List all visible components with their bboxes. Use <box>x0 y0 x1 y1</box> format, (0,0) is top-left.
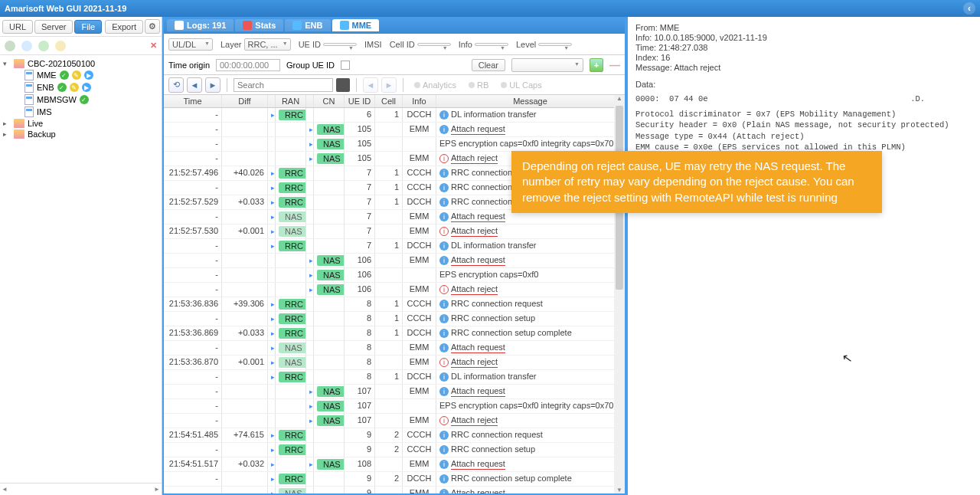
sidebar-action-bar: ✕ <box>0 37 162 55</box>
table-row[interactable]: 21:54:51.517+0.032▸▸NAS108EMMiAttach req… <box>164 457 625 472</box>
column-header[interactable] <box>268 95 276 107</box>
main-panel: Logs: 191StatsENBMME UL/DL LayerRRC, ...… <box>162 17 626 495</box>
table-row[interactable]: -▸RRC71DCCHiDL information transfer <box>164 239 625 254</box>
table-row[interactable]: -▸NAS105EPS encryption caps=0xf0 integri… <box>164 137 625 152</box>
refresh-icon[interactable] <box>5 41 15 51</box>
layer-label: Layer <box>220 40 242 49</box>
tree-item[interactable]: ▸Live <box>0 118 162 129</box>
tab-enb[interactable]: ENB <box>285 19 330 31</box>
server-button[interactable]: Server <box>34 20 73 34</box>
column-header[interactable] <box>306 95 314 107</box>
tab-mme[interactable]: MME <box>332 19 380 31</box>
info-icon: i <box>439 474 449 484</box>
detail-decoded: Protocol discriminator = 0x7 (EPS Mobili… <box>635 109 972 152</box>
table-row[interactable]: -▸NAS107EMMiAttach reject <box>164 414 625 428</box>
table-row[interactable]: -▸NAS106EMMiAttach request <box>164 254 625 268</box>
tab-stats[interactable]: Stats <box>235 19 283 31</box>
export-button[interactable]: Export <box>105 20 143 34</box>
action-icon-3[interactable] <box>55 41 66 51</box>
file-button[interactable]: File <box>74 20 102 34</box>
tree-item[interactable]: ▸Backup <box>0 129 162 139</box>
table-row[interactable]: 21:54:51.485+74.615▸RRC92CCCHiRRC connec… <box>164 428 625 443</box>
sidebar-h-scroll[interactable] <box>0 483 162 495</box>
table-row[interactable]: -▸RRC81CCCHiRRC connection setup <box>164 312 625 326</box>
search-input[interactable] <box>234 78 333 92</box>
group-ueid-checkbox[interactable] <box>341 61 350 70</box>
binoculars-icon[interactable] <box>336 78 350 92</box>
table-row[interactable]: -▸NAS107EPS encryption caps=0xf0 integri… <box>164 399 625 414</box>
level-select[interactable] <box>538 43 572 46</box>
ueid-select[interactable] <box>323 43 357 46</box>
column-header[interactable]: Info <box>403 95 436 107</box>
cellid-select[interactable] <box>417 43 451 46</box>
table-row[interactable]: -▸NAS106EMMiAttach reject <box>164 283 625 297</box>
remove-filter-icon[interactable]: — <box>609 59 620 71</box>
table-row[interactable]: -▸RRC92DCCHiRRC connection setup complet… <box>164 472 625 487</box>
sidebar: URL Server File Export ⚙ ✕ ▾CBC-20210501… <box>0 17 162 495</box>
table-row[interactable]: 21:53:36.836+39.306▸RRC81CCCHiRRC connec… <box>164 297 625 312</box>
column-header[interactable]: RAN <box>276 95 306 107</box>
nav-next-icon[interactable]: ► <box>205 77 220 93</box>
yellow-badge-icon: ✎ <box>72 70 81 80</box>
table-row[interactable]: -▸RRC61DCCHiDL information transfer <box>164 108 625 123</box>
action-icon-1[interactable] <box>21 41 32 51</box>
clear-button[interactable]: Clear <box>472 59 505 71</box>
tree-item[interactable]: ▾CBC-2021050100 <box>0 58 162 69</box>
close-icon[interactable]: ✕ <box>150 41 157 51</box>
tree-item[interactable]: IMS <box>0 106 162 118</box>
column-header[interactable]: Diff <box>222 95 268 107</box>
table-row[interactable]: -▸NAS106EPS encryption caps=0xf0 <box>164 268 625 283</box>
nav-prev-icon[interactable]: ◄ <box>187 77 202 93</box>
search-next-icon[interactable]: ► <box>381 77 397 93</box>
time-origin-input[interactable] <box>216 59 280 71</box>
cellid-label: Cell ID <box>390 40 415 49</box>
collapse-sidebar-icon[interactable] <box>963 2 975 15</box>
column-header[interactable]: Time <box>164 95 222 107</box>
tree-label: ENB <box>37 83 54 92</box>
table-row[interactable]: -▸RRC92CCCHiRRC connection setup <box>164 443 625 457</box>
column-header[interactable]: UE ID <box>345 95 375 107</box>
filter-preset-select[interactable] <box>511 58 583 72</box>
info-icon: i <box>439 314 449 323</box>
folder-icon <box>14 129 24 139</box>
table-row[interactable]: 21:53:36.869+0.033▸RRC81DCCHiRRC connect… <box>164 326 625 341</box>
tree-item[interactable]: ENB✓✎▶ <box>0 81 162 93</box>
tree-item[interactable]: MME✓✎▶ <box>0 69 162 81</box>
tab-logs[interactable]: Logs: 191 <box>167 19 234 31</box>
analytics-button[interactable]: Analytics <box>410 79 461 91</box>
info-select[interactable] <box>475 43 508 46</box>
action-icon-2[interactable] <box>38 41 49 51</box>
column-header[interactable]: Message <box>436 95 625 107</box>
table-row[interactable]: -▸NAS9EMMiAttach request <box>164 487 625 493</box>
table-row[interactable]: -▸NAS107EMMiAttach request <box>164 385 625 399</box>
ulcaps-button[interactable]: UL Caps <box>496 79 546 91</box>
info-icon: i <box>439 154 449 163</box>
url-button[interactable]: URL <box>2 20 33 34</box>
info-icon: i <box>439 183 449 192</box>
uldl-select[interactable]: UL/DL <box>168 38 213 51</box>
tree-item[interactable]: MBMSGW✓ <box>0 93 162 106</box>
info-icon: i <box>439 241 449 251</box>
search-prev-icon[interactable]: ◄ <box>363 77 378 93</box>
detail-time: Time: 21:48:27.038 <box>635 43 972 52</box>
info-icon: i <box>439 300 449 309</box>
info-icon: i <box>439 489 449 493</box>
info-icon: i <box>439 212 449 221</box>
table-row[interactable]: -▸RRC81DCCHiDL information transfer <box>164 370 625 385</box>
nav-home-icon[interactable]: ⟲ <box>168 77 184 93</box>
rb-button[interactable]: RB <box>464 79 493 91</box>
table-row[interactable]: 21:53:36.870+0.001▸NAS8EMMiAttach reject <box>164 356 625 370</box>
info-icon: i <box>439 227 449 236</box>
column-header[interactable]: Cell <box>375 95 403 107</box>
layer-select[interactable]: RRC, ... <box>244 38 291 51</box>
add-filter-icon[interactable]: + <box>590 58 603 72</box>
table-row[interactable]: -▸NAS105EMMiAttach request <box>164 123 625 137</box>
column-header[interactable]: CN <box>314 95 345 107</box>
table-row[interactable]: 21:52:57.530+0.001▸NAS7EMMiAttach reject <box>164 225 625 239</box>
table-row[interactable]: -▸NAS8EMMiAttach request <box>164 341 625 356</box>
group-ueid-label: Group UE ID <box>286 61 335 70</box>
export-settings-icon[interactable]: ⚙ <box>145 19 160 34</box>
imsi-label: IMSI <box>364 40 382 49</box>
enb-icon <box>292 21 302 30</box>
green-badge-icon: ✓ <box>60 70 69 80</box>
